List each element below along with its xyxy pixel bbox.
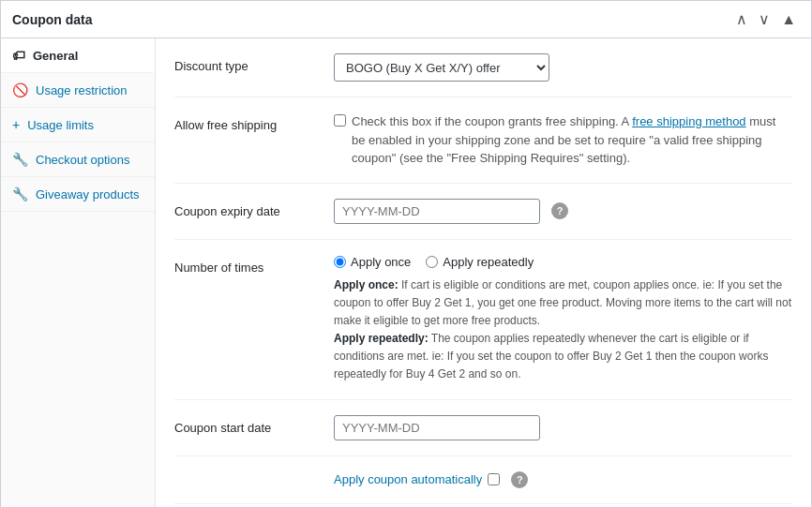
wrench-icon: 🔧 [12,152,28,167]
apply-repeatedly-radio[interactable] [426,256,438,268]
expand-button[interactable]: ▲ [777,8,800,30]
restriction-icon: 🚫 [12,82,28,97]
panel-body: 🏷 General 🚫 Usage restriction + Usage li… [1,38,811,507]
apply-once-bold: Apply once: [334,278,398,291]
apply-repeatedly-bold: Apply repeatedly: [334,332,429,345]
free-shipping-field: Check this box if the coupon grants free… [334,112,792,168]
number-of-times-description: Apply once: If cart is eligible or condi… [334,276,792,384]
free-shipping-checkbox[interactable] [334,114,346,127]
apply-auto-row: Apply coupon automatically ? [174,471,792,504]
free-shipping-description: Check this box if the coupon grants free… [352,112,792,168]
free-shipping-row: Allow free shipping Check this box if th… [174,112,792,184]
tag-icon: 🏷 [12,48,25,63]
apply-once-label[interactable]: Apply once [334,255,411,269]
expiry-date-input[interactable] [334,199,540,224]
sidebar-item-giveaway-products-label: Giveaway products [36,187,140,201]
discount-type-row: Discount type BOGO (Buy X Get X/Y) offer [174,53,792,97]
coupon-data-panel: Coupon data ∧ ∨ ▲ 🏷 General 🚫 Usage rest… [0,0,812,507]
gift-icon: 🔧 [12,186,28,201]
sidebar-item-usage-limits-label: Usage limits [27,118,94,132]
sidebar-item-giveaway-products[interactable]: 🔧 Giveaway products [1,177,155,212]
apply-repeatedly-text: Apply repeatedly [443,255,534,269]
start-date-field [334,415,792,440]
expiry-date-field: ? [334,199,792,224]
free-shipping-label: Allow free shipping [174,112,334,132]
apply-auto-help-icon[interactable]: ? [511,471,528,488]
number-of-times-label: Number of times [174,255,334,275]
free-shipping-method-link[interactable]: free shipping method [632,114,745,128]
collapse-up-button[interactable]: ∧ [732,8,751,30]
sidebar-item-usage-restriction-label: Usage restriction [36,83,128,97]
number-of-times-radio-group: Apply once Apply repeatedly [334,255,792,269]
panel-header: Coupon data ∧ ∨ ▲ [1,1,811,38]
apply-auto-field: Apply coupon automatically ? [334,471,792,488]
apply-auto-label: Apply coupon automatically [334,472,482,486]
apply-once-text: Apply once [351,255,411,269]
panel-header-actions: ∧ ∨ ▲ [732,8,800,30]
number-of-times-field: Apply once Apply repeatedly Apply once: … [334,255,792,384]
plus-icon: + [12,117,20,132]
main-content: Discount type BOGO (Buy X Get X/Y) offer… [156,38,811,507]
expiry-date-row: Coupon expiry date ? [174,199,792,240]
apply-auto-spacer [174,471,334,477]
apply-once-desc: If cart is eligible or conditions are me… [334,278,791,327]
collapse-down-button[interactable]: ∨ [755,8,774,30]
sidebar-item-checkout-options[interactable]: 🔧 Checkout options [1,142,155,177]
start-date-row: Coupon start date [174,415,792,456]
sidebar-item-checkout-options-label: Checkout options [36,153,129,167]
expiry-date-label: Coupon expiry date [174,199,334,218]
discount-type-select[interactable]: BOGO (Buy X Get X/Y) offer [334,53,549,82]
apply-auto-checkbox[interactable] [488,473,500,485]
sidebar-item-usage-restriction[interactable]: 🚫 Usage restriction [1,73,155,108]
sidebar-item-general-label: General [33,49,78,63]
start-date-label: Coupon start date [174,415,334,435]
expiry-date-help-icon[interactable]: ? [551,202,568,219]
start-date-input[interactable] [334,415,540,440]
discount-type-label: Discount type [174,53,334,73]
panel-title: Coupon data [12,12,93,27]
sidebar: 🏷 General 🚫 Usage restriction + Usage li… [1,38,156,507]
sidebar-item-usage-limits[interactable]: + Usage limits [1,108,155,142]
discount-type-field: BOGO (Buy X Get X/Y) offer [334,53,792,82]
apply-once-radio[interactable] [334,256,346,268]
apply-repeatedly-label[interactable]: Apply repeatedly [426,255,534,269]
number-of-times-row: Number of times Apply once Apply repeate… [174,255,792,400]
sidebar-item-general[interactable]: 🏷 General [1,38,155,73]
